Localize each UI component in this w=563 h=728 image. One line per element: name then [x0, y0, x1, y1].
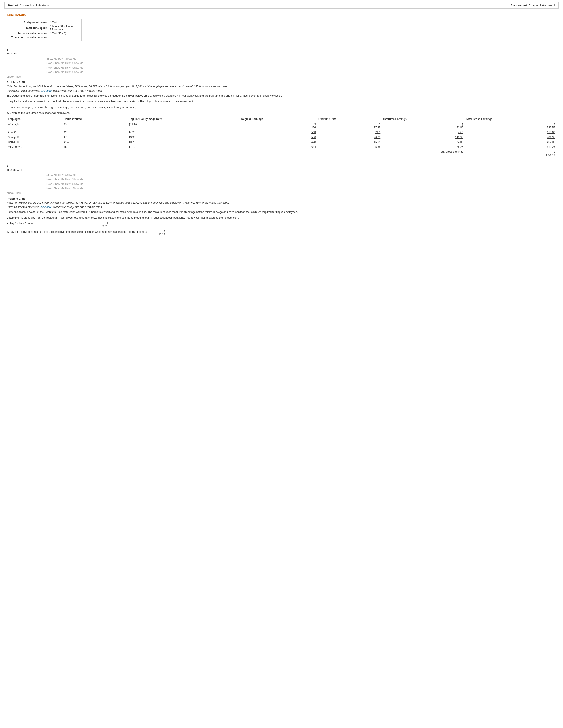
td-ot-rate: 25.65 — [317, 144, 382, 149]
td-ot-earnings: $53.55 — [382, 122, 465, 130]
ebook-label[interactable]: eBook — [7, 191, 14, 195]
td-ot-rate: 16.05 — [317, 140, 382, 144]
show-me-link[interactable]: How — [46, 70, 52, 74]
show-me-row: HowShow Me HowShow Me — [46, 186, 556, 191]
show-me-row: Show Me HowShow Me — [46, 173, 556, 177]
details-value — [49, 36, 78, 39]
question-2-answers: a. Pay for the 40 hours $ 85.20 b. Pay f… — [7, 221, 556, 236]
question-2-body1: Hunter Sobitson, a waiter at the Twentie… — [7, 210, 556, 214]
table-row: Aha, C.4214.2056821.342.6610.60 — [7, 130, 556, 135]
how-label[interactable]: How — [16, 191, 21, 195]
show-me-link[interactable]: Show Me How — [46, 173, 63, 177]
employee-table-head: Employee Hours Worked Regular Hourly Wag… — [7, 117, 556, 122]
show-me-link[interactable]: How — [46, 186, 52, 191]
td-total: 610.60 — [465, 130, 556, 135]
unless-rest: to calculate hourly rate and overtime ra… — [52, 206, 102, 209]
td-ot-earnings: 42.6 — [382, 130, 465, 135]
ebook-label[interactable]: eBook — [7, 75, 14, 79]
question-2-number: 2. — [7, 165, 556, 168]
show-me-link[interactable]: How — [46, 182, 52, 186]
td-employee: Wilson, H. — [7, 122, 62, 130]
col-overtime-rate: Overtime Rate — [317, 117, 382, 122]
show-me-row: HowShow Me HowShow Me — [46, 182, 556, 186]
question-2-show-me-grid: Show Me HowShow MeHowShow Me HowShow MeH… — [46, 173, 556, 195]
q2-part-a-dollar: $ — [107, 221, 108, 225]
td-wage: $11.90 — [127, 122, 240, 130]
td-employee: McMurray, J. — [7, 144, 62, 149]
table-row: McMurray, J.4517.1068425.65128.25812.25 — [7, 144, 556, 149]
q2-part-a-row: a. Pay for the 40 hours $ 85.20 — [7, 221, 556, 228]
td-total: 452.08 — [465, 140, 556, 144]
details-row: Total Time spent:2 hours, 39 minutes, 57… — [10, 24, 78, 32]
section-divider-2 — [7, 161, 556, 161]
td-regular: $476 — [240, 122, 317, 130]
col-wage-rate: Regular Hourly Wage Rate — [127, 117, 240, 122]
show-me-row: HowShow Me HowShow Me — [46, 70, 556, 74]
question-1-part-a: a. For each employee, compute the regula… — [7, 105, 556, 109]
show-me-link[interactable]: Show Me How — [53, 182, 70, 186]
show-me-link[interactable]: Show Me — [72, 70, 83, 74]
unless-rest: to calculate hourly rate and overtime ra… — [52, 89, 102, 92]
take-details-title: Take Details — [7, 13, 556, 17]
student-info: Student: Christopher Robertson — [7, 4, 49, 7]
details-row: Score for selected take:100% (40/40) — [10, 32, 78, 36]
question-2-unless: Unless instructed otherwise, click here … — [7, 206, 556, 209]
td-hours: 45 — [62, 144, 127, 149]
show-me-link[interactable]: Show Me — [72, 61, 83, 65]
q2-part-b-question: b. Pay for the overtime hours (Hint: Cal… — [7, 230, 147, 234]
question-1-show-me-grid: Show Me HowShow MeHowShow Me HowShow MeH… — [46, 56, 556, 79]
q2-part-a-question: a. Pay for the 40 hours — [7, 221, 90, 225]
td-ot-earnings: 145.95 — [382, 135, 465, 140]
ebook-row: eBookHow — [7, 75, 556, 79]
details-label: Assignment score: — [10, 21, 49, 24]
td-hours: 41½ — [62, 140, 127, 144]
q2-part-a-value: $ 85.20 — [90, 221, 108, 228]
show-me-link[interactable]: Show Me — [72, 182, 83, 186]
td-employee: Carlyn, D. — [7, 140, 62, 144]
show-me-link[interactable]: Show Me How — [53, 186, 70, 191]
td-ot-rate: $17.85 — [317, 122, 382, 130]
show-me-link[interactable]: Show Me — [72, 177, 83, 182]
show-me-link[interactable]: Show Me How — [53, 70, 70, 74]
details-label: Time spent on selected take: — [10, 36, 49, 39]
question-2-note: Note: For this edition, the 2014 federal… — [7, 201, 556, 204]
question-1-body1: The wages and hours information for five… — [7, 94, 556, 98]
td-wage: 10.70 — [127, 140, 240, 144]
click-here-link[interactable]: click here — [40, 89, 52, 92]
q2-part-a-val: 85.20 — [102, 225, 108, 228]
show-me-row: HowShow Me HowShow Me — [46, 61, 556, 65]
assignment-name: Chapter 2 Homework — [529, 4, 556, 7]
td-ot-rate: 20.85 — [317, 135, 382, 140]
td-ot-rate: 21.3 — [317, 130, 382, 135]
show-me-link[interactable]: Show Me — [72, 186, 83, 191]
q2-part-b-dollar: $ — [164, 230, 165, 233]
table-row: Carlyn, D.41½10.7042816.0524.08452.08 — [7, 140, 556, 144]
details-value: 2 hours, 39 minutes, 57 seconds — [49, 24, 78, 32]
assignment-info: Assignment: Chapter 2 Homework — [510, 4, 556, 7]
how-label[interactable]: How — [16, 75, 21, 79]
question-2-your-answer: Your answer: — [7, 168, 556, 171]
details-label: Score for selected take: — [10, 32, 49, 36]
show-me-link[interactable]: Show Me How — [53, 61, 70, 65]
show-me-link[interactable]: How — [46, 66, 52, 70]
show-me-link[interactable]: Show Me How — [53, 177, 70, 182]
show-me-link[interactable]: Show Me — [65, 56, 76, 61]
click-here-link[interactable]: click here — [40, 206, 52, 209]
show-me-link[interactable]: Show Me How — [46, 56, 63, 61]
td-total: 812.25 — [465, 144, 556, 149]
show-me-link[interactable]: Show Me — [72, 66, 83, 70]
show-me-link[interactable]: How — [46, 61, 52, 65]
col-regular-earnings: Regular Earnings — [240, 117, 317, 122]
col-total-gross: Total Gross Earnings — [465, 117, 556, 122]
question-1-your-answer: Your answer: — [7, 52, 556, 55]
td-employee: Aha, C. — [7, 130, 62, 135]
td-ot-earnings: 24.08 — [382, 140, 465, 144]
show-me-link[interactable]: How — [46, 177, 52, 182]
col-overtime-earnings: Overtime Earnings — [382, 117, 465, 122]
question-1-number: 1. — [7, 48, 556, 52]
show-me-link[interactable]: Show Me How — [53, 66, 70, 70]
td-wage: 14.20 — [127, 130, 240, 135]
show-me-link[interactable]: Show Me — [65, 173, 76, 177]
employee-table: Employee Hours Worked Regular Hourly Wag… — [7, 117, 556, 157]
question-2-body2: Determine his gross pay from the restaur… — [7, 216, 556, 220]
